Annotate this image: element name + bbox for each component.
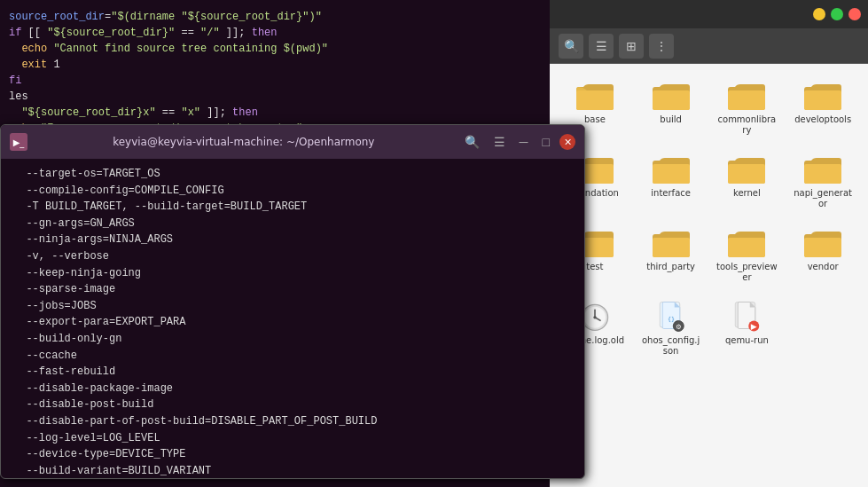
term-line: --compile-config=COMPILE_CONFIG [13,183,572,200]
term-line: --target-os=TARGET_OS [13,166,572,183]
folder-label: base [584,114,606,125]
bg-code-line: if [[ "${source_root_dir}" == "/" ]]; th… [9,25,541,41]
fg-title-left: ▶_ [10,133,27,151]
folder-label: tools_previewer [716,262,778,283]
terminal-maximize-button[interactable]: □ [538,133,554,151]
term-line: --disable-part-of-post-build=DISABLE_PAR… [13,413,572,430]
svg-rect-20 [653,238,690,257]
fg-terminal-content[interactable]: --target-os=TARGET_OS --compile-config=C… [1,159,584,478]
folder-label: developtools [794,114,851,125]
terminal-icon: ▶_ [10,133,27,151]
term-line: -T BUILD_TARGET, --build-target=BUILD_TA… [13,199,572,216]
term-line: --sparse-image [13,281,572,298]
folder-label: interface [651,188,691,199]
grid-view-button[interactable]: ⊞ [619,34,644,59]
folder-item-napi-generator[interactable]: napi_generator [788,148,857,215]
svg-point-29 [593,316,596,318]
svg-text:▶: ▶ [751,322,757,331]
terminal-close-button[interactable]: ✕ [559,134,575,150]
svg-rect-24 [804,238,841,257]
folder-item-kernel[interactable]: kernel [713,148,782,215]
folder-icon-tools-previewer [728,227,765,259]
terminal-minimize-button[interactable]: ─ [515,133,533,151]
bg-code-line: exit 1 [9,57,541,73]
term-line: --build-only-gn [13,331,572,348]
term-line: --gn-args=GN_ARGS [13,216,572,232]
term-line: --keep-ninja-going [13,265,572,282]
folder-label: test [586,262,603,272]
folder-item-developtools[interactable]: developtools [788,75,857,141]
svg-rect-14 [728,164,765,184]
folder-label: build [660,114,682,125]
search-button[interactable]: 🔍 [559,34,583,59]
file-item-qemu-run[interactable]: ▶ qemu-run [713,295,782,362]
svg-rect-4 [653,90,690,110]
fg-titlebar: ▶_ keyvia@keyvia-virtual-machine: ~/Open… [1,125,584,159]
maximize-button[interactable] [831,8,843,20]
json-icon: {} ⚙ [653,301,690,333]
fm-toolbar: 🔍 ☰ ⊞ ⋮ [550,28,868,64]
folder-label: kernel [733,188,761,199]
folder-icon-napi-generator [804,153,841,185]
close-button[interactable] [848,8,861,20]
term-line: --export-para=EXPORT_PARA [13,314,572,331]
menu-button[interactable]: ⋮ [649,34,674,59]
svg-rect-2 [576,90,614,110]
term-line: --disable-package-image [13,381,572,397]
fm-content: base build commonlibrary developtools [550,64,868,487]
svg-text:⚙: ⚙ [676,323,682,331]
svg-rect-12 [653,164,690,184]
term-line: --disable-post-build [13,397,572,413]
folder-icon-interface [653,153,690,185]
foreground-terminal: ▶_ keyvia@keyvia-virtual-machine: ~/Open… [0,124,585,479]
term-line: --build-variant=BUILD_VARIANT [13,463,572,478]
svg-rect-22 [728,238,765,257]
file-manager: 🔍 ☰ ⊞ ⋮ base build commonlibrary [550,0,868,487]
folder-icon-base [576,80,614,112]
bg-code-line: source_root_dir="$(dirname "${source_roo… [9,9,541,25]
folder-item-build[interactable]: build [637,75,706,141]
bg-code-line: fi [9,73,541,89]
terminal-search-button[interactable]: 🔍 [460,133,484,151]
terminal-menu-button[interactable]: ☰ [489,133,510,151]
folder-icon-kernel [728,153,765,185]
folder-item-tools-previewer[interactable]: tools_previewer [713,222,782,288]
svg-rect-8 [804,90,841,110]
term-line: --fast-rebuild [13,364,572,381]
term-line: --jobs=JOBS [13,298,572,315]
executable-icon: ▶ [728,301,765,333]
folder-item-vendor[interactable]: vendor [788,222,857,288]
term-line: --device-type=DEVICE_TYPE [13,446,572,463]
list-view-button[interactable]: ☰ [589,34,614,59]
term-line: --ninja-args=NINJA_ARGS [13,232,572,248]
folder-label: third_party [646,262,695,272]
svg-rect-16 [804,164,841,184]
fg-title-controls: 🔍 ☰ ─ □ ✕ [460,133,575,151]
folder-label: napi_generator [792,188,854,209]
folder-icon-commonlibrary [728,80,765,112]
folder-label: ohos_config.json [640,335,702,357]
term-line: -v, --verbose [13,248,572,265]
fg-title-text: keyvia@keyvia-virtual-machine: ~/Openhar… [35,136,453,148]
bg-code-line: "${source_root_dir}x" == "x" ]]; then [9,105,541,121]
folder-label: qemu-run [725,335,769,346]
minimize-button[interactable] [813,8,825,20]
folder-label: vendor [808,262,839,272]
folder-label: commonlibrary [716,114,778,136]
file-item-ohos-config[interactable]: {} ⚙ ohos_config.json [637,295,706,362]
svg-text:{}: {} [668,316,675,323]
folder-item-interface[interactable]: interface [637,148,706,215]
folder-item-third-party[interactable]: third_party [637,222,706,288]
folder-icon-third-party [653,227,690,259]
svg-rect-6 [728,90,765,110]
fm-titlebar [550,0,868,28]
term-line: --log-level=LOG_LEVEL [13,430,572,447]
bg-code-line: les [9,89,541,105]
folder-item-commonlibrary[interactable]: commonlibrary [713,75,782,141]
folder-icon-vendor [804,227,841,259]
folder-icon-developtools [804,80,841,112]
bg-code-line: echo "Cannot find source tree containing… [9,41,541,57]
folder-icon-build [653,80,690,112]
term-line: --ccache [13,348,572,365]
